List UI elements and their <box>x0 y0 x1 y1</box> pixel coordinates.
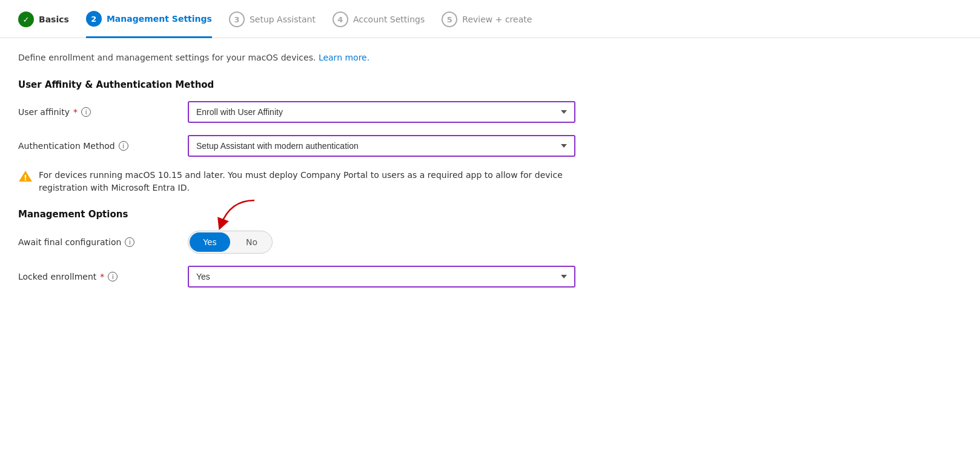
toggle-yes-option[interactable]: Yes <box>190 232 230 252</box>
learn-more-link[interactable]: Learn more. <box>319 53 369 62</box>
step-circle-management: 2 <box>86 11 102 27</box>
warning-text: For devices running macOS 10.15 and late… <box>39 169 588 194</box>
wizard-step-review-create[interactable]: 5 Review + create <box>442 12 532 37</box>
toggle-no-option[interactable]: No <box>231 231 272 253</box>
wizard-step-account-settings[interactable]: 4 Account Settings <box>333 12 425 37</box>
form-row-await-config: Await final configuration i Y <box>18 231 588 254</box>
step-circle-account: 4 <box>333 12 348 27</box>
section-management-options: Management Options Await final configura… <box>18 209 588 288</box>
arrow-annotation-container: Yes No <box>188 231 273 254</box>
select-locked-enrollment[interactable]: Yes No <box>188 266 575 288</box>
warning-svg: ! <box>18 169 33 183</box>
wizard-navigation: ✓ Basics 2 Management Settings 3 Setup A… <box>0 0 980 38</box>
step-label-basics: Basics <box>39 15 69 24</box>
select-auth-method[interactable]: Setup Assistant with modern authenticati… <box>188 135 575 157</box>
required-indicator-locked: * <box>100 272 104 281</box>
form-row-auth-method: Authentication Method i Setup Assistant … <box>18 135 588 157</box>
step-circle-setup: 3 <box>229 12 245 27</box>
info-icon-await[interactable]: i <box>125 237 134 247</box>
warning-triangle-icon: ! <box>18 169 33 185</box>
step-circle-basics: ✓ <box>18 12 34 27</box>
label-await-config: Await final configuration i <box>18 237 188 247</box>
step-circle-review: 5 <box>442 12 457 27</box>
step-label-management: Management Settings <box>107 14 212 24</box>
step-label-setup: Setup Assistant <box>250 15 316 24</box>
select-wrapper-auth: Setup Assistant with modern authenticati… <box>188 135 575 157</box>
control-user-affinity: Enroll with User Affinity Enroll without… <box>188 101 575 123</box>
select-user-affinity[interactable]: Enroll with User Affinity Enroll without… <box>188 101 575 123</box>
step-label-account: Account Settings <box>353 15 425 24</box>
select-wrapper-affinity: Enroll with User Affinity Enroll without… <box>188 101 575 123</box>
info-icon-affinity[interactable]: i <box>81 107 91 117</box>
page-subtitle: Define enrollment and management setting… <box>18 53 588 62</box>
section-heading-management: Management Options <box>18 209 588 220</box>
section-heading-affinity: User Affinity & Authentication Method <box>18 79 588 90</box>
select-wrapper-locked: Yes No <box>188 266 575 288</box>
svg-text:!: ! <box>24 173 27 182</box>
form-row-user-affinity: User affinity * i Enroll with User Affin… <box>18 101 588 123</box>
label-auth-method: Authentication Method i <box>18 141 188 151</box>
wizard-step-setup-assistant[interactable]: 3 Setup Assistant <box>229 12 316 37</box>
wizard-step-basics[interactable]: ✓ Basics <box>18 12 69 37</box>
required-indicator-affinity: * <box>73 107 78 117</box>
info-icon-locked[interactable]: i <box>108 272 118 281</box>
wizard-step-management-settings[interactable]: 2 Management Settings <box>86 11 212 38</box>
step-label-review: Review + create <box>462 15 532 24</box>
label-locked-enrollment: Locked enrollment * i <box>18 272 188 281</box>
main-content: Define enrollment and management setting… <box>0 38 606 314</box>
control-await-config: Yes No <box>188 231 575 254</box>
form-row-locked-enrollment: Locked enrollment * i Yes No <box>18 266 588 288</box>
label-user-affinity: User affinity * i <box>18 107 188 117</box>
info-icon-auth[interactable]: i <box>119 141 128 151</box>
warning-box: ! For devices running macOS 10.15 and la… <box>18 169 588 194</box>
control-auth-method: Setup Assistant with modern authenticati… <box>188 135 575 157</box>
control-locked-enrollment: Yes No <box>188 266 575 288</box>
toggle-await-config[interactable]: Yes No <box>188 231 273 254</box>
section-user-affinity: User Affinity & Authentication Method Us… <box>18 79 588 194</box>
